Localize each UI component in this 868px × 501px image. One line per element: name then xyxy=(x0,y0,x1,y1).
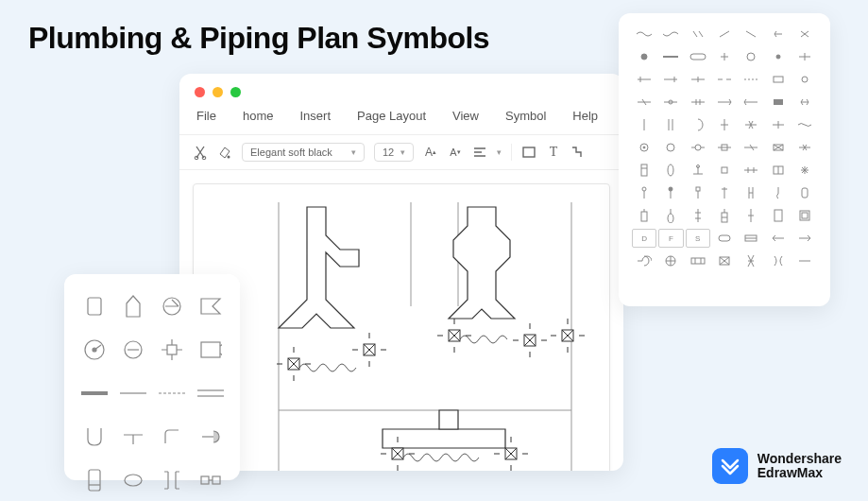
align-left-icon[interactable] xyxy=(472,145,487,160)
symbol-disc[interactable] xyxy=(116,461,149,499)
symbol-mini[interactable] xyxy=(712,25,737,43)
menu-page-layout[interactable]: Page Layout xyxy=(357,109,426,123)
symbol-tee[interactable] xyxy=(116,418,149,456)
symbol-mini[interactable] xyxy=(686,183,710,202)
symbol-mini[interactable] xyxy=(686,93,710,112)
menu-symbol[interactable]: Symbol xyxy=(505,109,546,123)
symbol-dash-line[interactable] xyxy=(155,374,188,412)
symbol-mini[interactable] xyxy=(765,206,790,225)
symbol-bracket[interactable] xyxy=(155,461,188,499)
symbol-valve-circle[interactable] xyxy=(116,331,149,369)
connector-icon[interactable] xyxy=(570,145,586,160)
symbol-mini[interactable] xyxy=(765,138,790,157)
paint-icon[interactable] xyxy=(217,145,232,160)
symbol-mini[interactable] xyxy=(712,70,737,89)
symbol-double-line[interactable] xyxy=(194,374,227,412)
symbol-letter-f[interactable]: F xyxy=(658,229,683,248)
symbol-elbow[interactable] xyxy=(155,418,188,456)
symbol-mini[interactable] xyxy=(792,206,817,225)
symbol-mini[interactable] xyxy=(765,25,790,43)
symbol-mini[interactable] xyxy=(632,93,656,112)
symbol-mini[interactable] xyxy=(792,25,817,43)
symbol-mini[interactable] xyxy=(658,183,683,202)
symbol-mini[interactable] xyxy=(712,206,737,225)
minimize-icon[interactable] xyxy=(213,87,223,97)
symbol-open-box[interactable] xyxy=(194,331,227,369)
close-icon[interactable] xyxy=(195,87,205,97)
symbol-circle-slash[interactable] xyxy=(155,287,188,325)
symbol-mini[interactable] xyxy=(739,47,763,66)
menu-help[interactable]: Help xyxy=(572,109,598,123)
symbol-mini[interactable] xyxy=(739,183,763,202)
drawing-canvas[interactable] xyxy=(193,183,610,471)
menu-view[interactable]: View xyxy=(452,109,479,123)
symbol-mini[interactable] xyxy=(739,206,763,225)
font-size-select[interactable]: 12 ▾ xyxy=(374,143,414,162)
symbol-mini[interactable] xyxy=(792,183,817,202)
font-select[interactable]: Elegant soft black ▾ xyxy=(242,143,365,162)
symbol-mini[interactable] xyxy=(712,93,737,112)
symbol-mini[interactable] xyxy=(792,47,817,66)
symbol-mini[interactable] xyxy=(632,251,656,270)
symbol-cylinder[interactable] xyxy=(77,287,111,325)
symbol-mini[interactable] xyxy=(658,93,683,112)
symbol-mini[interactable] xyxy=(658,70,683,89)
symbol-mini[interactable] xyxy=(792,70,817,89)
menu-insert[interactable]: Insert xyxy=(299,109,331,123)
decrease-font-icon[interactable]: A▾ xyxy=(448,145,463,160)
symbol-mini[interactable] xyxy=(712,47,737,66)
text-tool-icon[interactable]: T xyxy=(546,145,561,160)
symbol-gauge[interactable] xyxy=(77,331,111,369)
menu-file[interactable]: File xyxy=(196,109,216,123)
symbol-u-pipe[interactable] xyxy=(77,418,111,456)
symbol-mini[interactable] xyxy=(792,138,817,157)
symbol-cap[interactable] xyxy=(194,418,227,456)
rectangle-icon[interactable] xyxy=(521,145,536,160)
symbol-mini[interactable] xyxy=(765,251,790,270)
symbol-mini[interactable] xyxy=(792,115,817,134)
symbol-mini[interactable] xyxy=(686,47,710,66)
symbol-mini[interactable] xyxy=(765,70,790,89)
symbol-mini[interactable] xyxy=(686,206,710,225)
symbol-flag[interactable] xyxy=(194,287,227,325)
symbol-mini[interactable] xyxy=(765,183,790,202)
symbol-thin-line[interactable] xyxy=(116,374,149,412)
symbol-mini[interactable] xyxy=(739,93,763,112)
symbol-mini[interactable] xyxy=(632,70,656,89)
cut-icon[interactable] xyxy=(193,145,208,160)
symbol-mini[interactable] xyxy=(712,161,737,180)
symbol-mini[interactable] xyxy=(658,138,683,157)
symbol-mini[interactable] xyxy=(658,25,683,43)
symbol-mini[interactable] xyxy=(686,25,710,43)
symbol-mini[interactable] xyxy=(765,161,790,180)
symbol-mini[interactable] xyxy=(792,251,817,270)
symbol-mini[interactable] xyxy=(712,183,737,202)
symbol-mini[interactable] xyxy=(658,251,683,270)
symbol-mini[interactable] xyxy=(686,138,710,157)
symbol-mini[interactable] xyxy=(739,25,763,43)
symbol-mini[interactable] xyxy=(712,115,737,134)
symbol-mini[interactable] xyxy=(739,229,763,248)
symbol-junction[interactable] xyxy=(155,331,188,369)
symbol-letter-s[interactable]: S xyxy=(686,229,710,248)
symbol-tank[interactable] xyxy=(77,461,111,499)
symbol-mini[interactable] xyxy=(632,138,656,157)
symbol-vessel[interactable] xyxy=(116,287,149,325)
symbol-mini[interactable] xyxy=(712,138,737,157)
symbol-mini[interactable] xyxy=(739,70,763,89)
symbol-mini[interactable] xyxy=(765,93,790,112)
symbol-mini[interactable] xyxy=(765,115,790,134)
symbol-mini[interactable] xyxy=(686,115,710,134)
symbol-mini[interactable] xyxy=(792,229,817,248)
symbol-mini[interactable] xyxy=(792,161,817,180)
symbol-mini[interactable] xyxy=(686,161,710,180)
symbol-mini[interactable] xyxy=(632,115,656,134)
symbol-mini[interactable] xyxy=(739,115,763,134)
menu-home[interactable]: home xyxy=(243,109,274,123)
symbol-pipe-bar[interactable] xyxy=(77,374,111,412)
symbol-mini[interactable] xyxy=(632,183,656,202)
symbol-mini[interactable] xyxy=(739,138,763,157)
symbol-mini[interactable] xyxy=(658,161,683,180)
symbol-mini[interactable] xyxy=(632,47,656,66)
symbol-mini[interactable] xyxy=(712,251,737,270)
